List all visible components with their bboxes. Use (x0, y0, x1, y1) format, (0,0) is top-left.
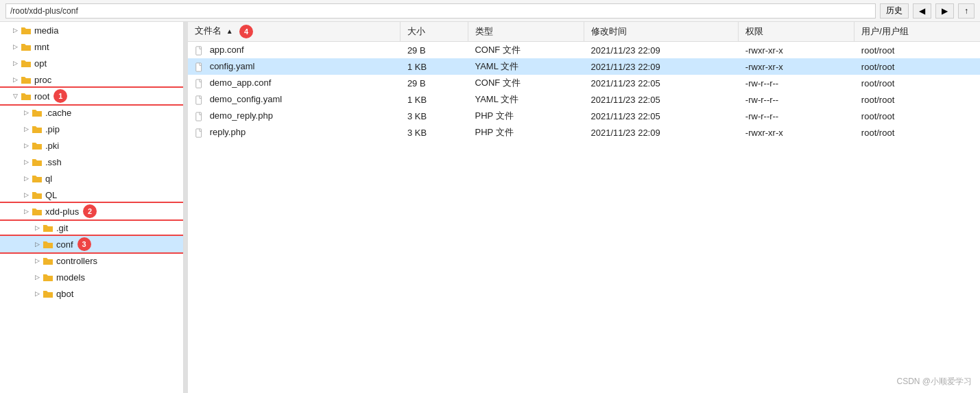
cell-name: config.yaml (188, 58, 401, 75)
expand-pki[interactable]: ▷ (22, 141, 30, 150)
label-xdd-plus: xdd-plus (45, 206, 79, 217)
table-row[interactable]: demo_reply.php 3 KB PHP 文件 2021/11/23 22… (188, 108, 980, 124)
label-media: media (34, 25, 58, 36)
sort-asc-icon: ▲ (226, 27, 233, 35)
cell-modified: 2021/11/23 22:09 (584, 58, 738, 75)
expand-ql[interactable]: ▷ (22, 174, 30, 182)
history-button[interactable]: 历史 (880, 3, 909, 19)
table-row[interactable]: reply.php 3 KB PHP 文件 2021/11/23 22:09 -… (188, 124, 980, 141)
folder-icon-proc (21, 75, 32, 84)
forward-button[interactable]: ▶ (935, 3, 954, 19)
sidebar-item-qbot[interactable]: ▷ qbot (0, 285, 183, 302)
cell-modified: 2021/11/23 22:05 (584, 108, 738, 124)
table-header: 文件名 ▲ 4 大小 类型 修改时间 (188, 22, 980, 42)
folder-icon-mnt (21, 42, 32, 51)
expand-controllers[interactable]: ▷ (33, 257, 41, 265)
cell-size: 3 KB (401, 124, 468, 141)
cell-type: YAML 文件 (468, 91, 584, 108)
sidebar-item-models[interactable]: ▷ models (0, 269, 183, 285)
folder-icon-cache (32, 108, 43, 117)
sidebar-item-media[interactable]: ▷ media (0, 22, 183, 38)
sidebar-item-conf[interactable]: ▷ conf 3 (0, 236, 183, 252)
cell-name: reply.php (188, 124, 401, 141)
col-header-type[interactable]: 类型 (468, 22, 584, 42)
table-row[interactable]: app.conf 29 B CONF 文件 2021/11/23 22:09 -… (188, 42, 980, 59)
label-mnt: mnt (34, 42, 49, 52)
cell-perm: -rwxr-xr-x (739, 42, 854, 59)
sidebar-item-QL[interactable]: ▷ QL (0, 187, 183, 203)
col-user-label: 用户/用户组 (861, 26, 909, 36)
sidebar-item-git[interactable]: ▷ .git (0, 219, 183, 236)
file-panel: 文件名 ▲ 4 大小 类型 修改时间 (188, 22, 980, 393)
cell-size: 3 KB (401, 108, 468, 124)
watermark: CSDN @小顺爱学习 (896, 376, 972, 388)
folder-icon-QL (32, 190, 43, 200)
back-button[interactable]: ◀ (913, 3, 931, 19)
cell-user: root/root (854, 124, 980, 141)
cell-perm: -rwxr-xr-x (739, 58, 854, 75)
cell-user: root/root (854, 42, 980, 59)
address-input[interactable] (5, 3, 876, 19)
badge-3: 3 (77, 237, 91, 251)
cell-type: CONF 文件 (468, 75, 584, 91)
expand-xdd-plus[interactable]: ▷ (22, 207, 30, 215)
expand-cache[interactable]: ▷ (22, 108, 30, 117)
cell-name: demo_app.conf (188, 75, 401, 91)
sidebar-item-controllers[interactable]: ▷ controllers (0, 252, 183, 269)
table-row[interactable]: config.yaml 1 KB YAML 文件 2021/11/23 22:0… (188, 58, 980, 75)
expand-proc[interactable]: ▷ (11, 75, 19, 84)
col-header-name[interactable]: 文件名 ▲ 4 (188, 22, 401, 42)
col-type-label: 类型 (475, 26, 493, 36)
col-header-perm[interactable]: 权限 (739, 22, 854, 42)
folder-icon-root (21, 91, 32, 101)
col-header-size[interactable]: 大小 (401, 22, 468, 42)
svg-rect-1 (196, 63, 202, 71)
sidebar-item-pip[interactable]: ▷ .pip (0, 121, 183, 137)
file-table: 文件名 ▲ 4 大小 类型 修改时间 (188, 22, 980, 141)
expand-media[interactable]: ▷ (11, 26, 19, 34)
expand-opt[interactable]: ▷ (11, 59, 19, 67)
svg-rect-3 (196, 96, 202, 104)
cell-size: 1 KB (401, 91, 468, 108)
sidebar-item-ql[interactable]: ▷ ql (0, 170, 183, 187)
col-name-label: 文件名 (195, 25, 222, 36)
expand-pip[interactable]: ▷ (22, 125, 30, 133)
sidebar-item-proc[interactable]: ▷ proc (0, 71, 183, 88)
expand-root[interactable]: ▽ (11, 92, 19, 100)
cell-perm: -rw-r--r-- (739, 91, 854, 108)
expand-qbot[interactable]: ▷ (33, 289, 41, 298)
table-row[interactable]: demo_app.conf 29 B CONF 文件 2021/11/23 22… (188, 75, 980, 91)
sidebar: ▷ media ▷ mnt ▷ opt ▷ (0, 22, 184, 393)
folder-icon-models (43, 272, 53, 282)
sidebar-item-root[interactable]: ▽ root 1 (0, 88, 183, 104)
label-controllers: controllers (56, 256, 97, 266)
sidebar-item-opt[interactable]: ▷ opt (0, 55, 183, 71)
col-header-modified[interactable]: 修改时间 (584, 22, 738, 42)
label-QL: QL (45, 190, 57, 200)
badge-1: 1 (53, 89, 67, 103)
sidebar-item-mnt[interactable]: ▷ mnt (0, 38, 183, 55)
expand-QL[interactable]: ▷ (22, 191, 30, 199)
folder-icon-qbot (43, 289, 53, 298)
sidebar-item-xdd-plus[interactable]: ▷ xdd-plus 2 (0, 203, 183, 219)
table-row[interactable]: demo_config.yaml 1 KB YAML 文件 2021/11/23… (188, 91, 980, 108)
cell-user: root/root (854, 91, 980, 108)
cell-type: YAML 文件 (468, 58, 584, 75)
sidebar-item-cache[interactable]: ▷ .cache (0, 104, 183, 121)
folder-icon-controllers (43, 256, 53, 265)
expand-git[interactable]: ▷ (33, 224, 41, 232)
up-button[interactable]: ↑ (958, 3, 975, 19)
col-size-label: 大小 (407, 26, 425, 36)
expand-conf[interactable]: ▷ (33, 240, 41, 248)
expand-ssh[interactable]: ▷ (22, 158, 30, 166)
cell-user: root/root (854, 108, 980, 124)
cell-perm: -rw-r--r-- (739, 108, 854, 124)
col-header-user[interactable]: 用户/用户组 (854, 22, 980, 42)
sidebar-item-pki[interactable]: ▷ .pki (0, 137, 183, 154)
sidebar-item-ssh[interactable]: ▷ .ssh (0, 154, 183, 170)
expand-models[interactable]: ▷ (33, 273, 41, 281)
label-pki: .pki (45, 141, 59, 151)
expand-mnt[interactable]: ▷ (11, 43, 19, 51)
folder-icon-ql (32, 174, 43, 183)
file-scroll-area[interactable]: 文件名 ▲ 4 大小 类型 修改时间 (188, 22, 980, 393)
